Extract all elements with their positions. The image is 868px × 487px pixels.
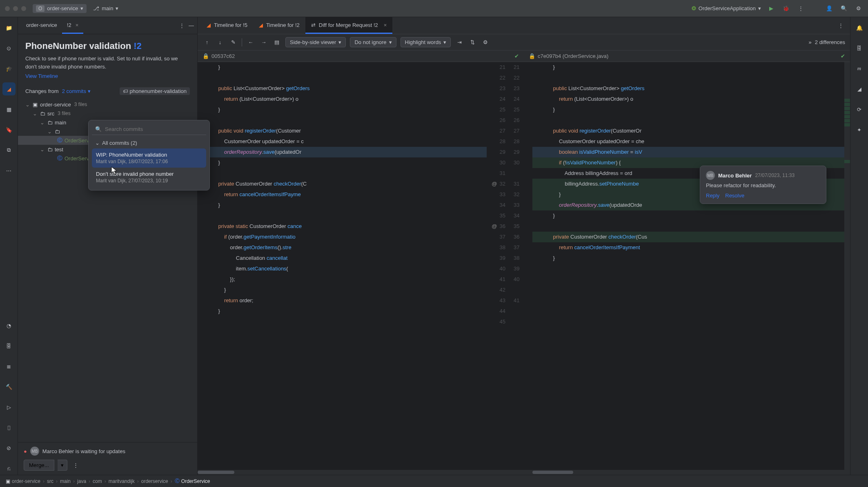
code-line[interactable]: [198, 317, 487, 327]
code-line[interactable]: [532, 263, 844, 274]
view-timeline-link[interactable]: View Timeline: [25, 73, 58, 79]
code-line[interactable]: [198, 168, 487, 179]
close-tab-icon[interactable]: ×: [76, 22, 79, 28]
popup-header[interactable]: ⌄ All commits (2): [92, 137, 206, 148]
code-line[interactable]: [532, 73, 844, 83]
code-line[interactable]: CustomerOrder updatedOrder = che: [532, 136, 844, 147]
breadcrumb-item[interactable]: com: [93, 478, 102, 484]
commits-dropdown[interactable]: 2 commits ▾: [62, 88, 91, 94]
bookmarks-tool-icon[interactable]: 🔖: [2, 123, 16, 136]
tree-folder-src[interactable]: ⌄ 🗀 src 3 files: [18, 109, 197, 118]
tree-root[interactable]: ⌄ ▣ order-service 3 files: [18, 100, 197, 109]
problems-tool-icon[interactable]: ⊘: [2, 441, 16, 454]
structure-tool-icon[interactable]: ▦: [2, 103, 16, 116]
more-tools-icon[interactable]: ⋯: [2, 164, 16, 177]
code-line[interactable]: item.setCancellations(: [198, 263, 487, 274]
diff-minimap[interactable]: [844, 62, 850, 470]
code-line[interactable]: }: [532, 253, 844, 263]
code-line[interactable]: }: [198, 306, 487, 317]
code-line[interactable]: [198, 73, 487, 83]
merge-button[interactable]: Merge...: [24, 460, 54, 471]
code-line[interactable]: return order;: [198, 295, 487, 306]
code-line[interactable]: if (order.getPaymentInformatio: [198, 232, 487, 242]
chevron-down-icon[interactable]: ⌄: [39, 120, 45, 126]
more-actions-icon[interactable]: ⋮: [796, 4, 805, 13]
code-line[interactable]: [532, 115, 844, 126]
next-diff-icon[interactable]: →: [259, 38, 268, 47]
code-line[interactable]: }: [198, 200, 487, 210]
code-line[interactable]: order.getOrderItems().stre: [198, 242, 487, 253]
vcs-tool-icon[interactable]: ⎌: [2, 462, 16, 475]
editor-tab-diff[interactable]: ⇄ Diff for Merge Request !2 ×: [305, 17, 393, 34]
reply-link[interactable]: Reply: [706, 193, 719, 199]
maven-icon[interactable]: m: [853, 62, 866, 75]
project-tool-icon[interactable]: 📁: [2, 21, 16, 34]
code-line[interactable]: }: [532, 210, 844, 221]
tab-options-icon[interactable]: ⋮: [179, 22, 185, 29]
breadcrumb-item[interactable]: maritvandijk: [109, 478, 135, 484]
breadcrumb-item[interactable]: src: [47, 478, 53, 484]
code-line[interactable]: boolean isValidPhoneNumber = isV: [532, 147, 844, 157]
merge-more-icon[interactable]: ⋮: [73, 462, 78, 468]
breadcrumb-item[interactable]: java: [77, 478, 86, 484]
edit-icon[interactable]: ✎: [229, 38, 238, 47]
commit-item-0[interactable]: WIP: PhoneNumber validation Marit van Di…: [92, 148, 206, 168]
code-line[interactable]: [198, 210, 487, 221]
search-icon[interactable]: 🔍: [839, 4, 848, 13]
ai-assist-icon[interactable]: ✦: [853, 123, 866, 136]
database-icon[interactable]: 🗄: [853, 42, 866, 55]
minimize-panel-icon[interactable]: —: [189, 22, 194, 29]
code-line[interactable]: }: [198, 285, 487, 295]
branch-tag[interactable]: 🏷 phonenumber-validation: [120, 87, 190, 95]
code-line[interactable]: public void registerOrder(CustomerOr: [532, 126, 844, 136]
code-line[interactable]: [198, 115, 487, 126]
pull-requests-tool-icon[interactable]: ⧉: [2, 144, 16, 157]
code-line[interactable]: public List<CustomerOrder> getOrders: [198, 83, 487, 94]
code-line[interactable]: return (List<CustomerOrder>) o: [198, 94, 487, 104]
run-tool-icon[interactable]: ▷: [2, 401, 16, 414]
code-line[interactable]: });: [198, 274, 487, 285]
tab-merge-request[interactable]: !2 ×: [62, 17, 83, 34]
layers-tool-icon[interactable]: ≣: [2, 360, 16, 373]
editor-tab-timeline-2[interactable]: ◢ Timeline for !2: [253, 17, 305, 34]
right-scrollbar[interactable]: [532, 470, 844, 475]
breadcrumb-item[interactable]: main: [60, 478, 71, 484]
resolve-link[interactable]: Resolve: [725, 193, 744, 199]
chevron-down-icon[interactable]: ⌄: [24, 102, 30, 108]
code-line[interactable]: return (List<CustomerOrder>) o: [532, 94, 844, 104]
breadcrumb-item[interactable]: orderservice: [141, 478, 168, 484]
code-line[interactable]: private CustomerOrder checkOrder(C: [198, 179, 487, 189]
viewer-mode-select[interactable]: Side-by-side viewer ▾: [285, 37, 346, 47]
code-line[interactable]: @ return cancelOrderItemsIfPayment: [532, 242, 844, 253]
code-line[interactable]: }: [198, 62, 487, 73]
minimize-window[interactable]: [13, 6, 18, 11]
run-button[interactable]: ▶: [767, 4, 776, 13]
code-line[interactable]: CustomerOrder updatedOrder = c: [198, 136, 487, 147]
code-line[interactable]: Cancellation cancellat: [198, 253, 487, 263]
project-selector[interactable]: O order-service ▾: [33, 4, 87, 13]
prev-diff-icon[interactable]: ←: [246, 38, 255, 47]
collapse-icon[interactable]: ⇥: [455, 38, 464, 47]
breadcrumb-item[interactable]: Ⓒ OrderService: [175, 478, 210, 485]
run-config-selector[interactable]: ❂ OrderServiceApplication ▾: [692, 5, 761, 11]
gitlab-tool-icon[interactable]: ◢: [2, 82, 16, 95]
code-line[interactable]: private static CustomerOrder cance: [198, 221, 487, 232]
merge-dropdown[interactable]: ▾: [58, 460, 67, 471]
next-file-icon[interactable]: ↓: [216, 38, 225, 47]
commit-item-1[interactable]: Don't store invalid phone number Marit v…: [92, 168, 206, 187]
build-tool-icon[interactable]: 🔨: [2, 380, 16, 393]
code-line[interactable]: private CustomerOrder checkOrder(Cus: [532, 232, 844, 242]
code-line[interactable]: return cancelOrderItemsIfPayme: [198, 189, 487, 200]
code-line[interactable]: public List<CustomerOrder> getOrders: [532, 83, 844, 94]
code-line[interactable]: orderRepository.save(updatedOr: [198, 147, 487, 157]
database-tool-icon[interactable]: 🗄: [2, 339, 16, 352]
diff-left-pane[interactable]: } public List<CustomerOrder> getOrders r…: [198, 62, 510, 470]
debug-button[interactable]: 🐞: [781, 4, 790, 13]
notifications-icon[interactable]: 🔔: [853, 21, 866, 34]
terminal-tool-icon[interactable]: ⌷: [2, 421, 16, 434]
prev-file-icon[interactable]: ↑: [203, 38, 211, 47]
chevron-down-icon[interactable]: ⌄: [47, 128, 52, 135]
close-window[interactable]: [5, 6, 10, 11]
commit-tool-icon[interactable]: ⊙: [2, 42, 16, 55]
meter-tool-icon[interactable]: ◔: [2, 319, 16, 332]
